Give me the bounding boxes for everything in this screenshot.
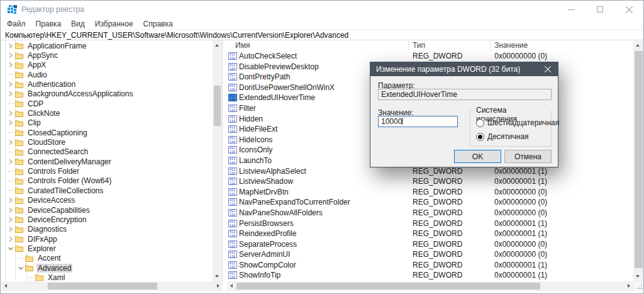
dialog-title-bar[interactable]: Изменение параметра DWORD (32 бита) [370, 62, 558, 76]
close-button[interactable] [614, 1, 643, 18]
tree-item[interactable]: ClosedCaptioning [1, 128, 212, 137]
tree-item[interactable]: ConnectedSearch [1, 147, 212, 157]
tree-item[interactable]: Explorer [1, 244, 212, 253]
column-header-value[interactable]: Значение [494, 41, 528, 50]
tree-item[interactable]: AppSync [1, 50, 212, 60]
menu-edit[interactable]: Правка [31, 20, 67, 28]
tree-item[interactable]: ClickNote [1, 108, 212, 118]
column-separator[interactable] [490, 40, 491, 51]
reg-dword-icon: 011110 [228, 261, 237, 271]
chevron-right-icon[interactable] [6, 225, 15, 233]
tree-item[interactable]: CuratedTileCollections [1, 186, 212, 195]
tree-item[interactable]: Diagnostics [1, 225, 212, 234]
tree-item[interactable]: DeviceEncryption [1, 215, 212, 224]
table-row[interactable]: 011110ListviewAlphaSelectREG_DWORD0x0000… [227, 166, 633, 177]
folder-icon [15, 187, 23, 194]
chevron-down-icon[interactable] [16, 264, 25, 272]
menu-file[interactable]: Файл [2, 20, 31, 28]
list-horizontal-scrollbar[interactable] [227, 281, 633, 291]
radio-option-decimal[interactable]: Десятичная [476, 132, 529, 141]
tree-item[interactable]: BackgroundAccessApplications [1, 89, 212, 99]
scroll-left-arrow-icon[interactable] [4, 284, 7, 288]
chevron-right-icon[interactable] [6, 196, 15, 204]
tree-item[interactable]: ContentDeliveryManager [1, 157, 212, 166]
table-row[interactable]: 011110SeparateProcessREG_DWORD0x00000000… [227, 239, 633, 250]
table-row[interactable]: 011110NavPaneShowAllFoldersREG_DWORD0x00… [227, 208, 633, 218]
table-row[interactable]: 011110ShowCompColorREG_DWORD0x00000001 (… [227, 260, 633, 271]
scroll-down-arrow-icon[interactable] [636, 275, 640, 278]
chevron-right-icon[interactable] [6, 206, 15, 214]
scroll-right-arrow-icon[interactable] [628, 284, 630, 288]
tree-item[interactable]: Clip [1, 118, 212, 128]
scroll-up-arrow-icon[interactable] [215, 44, 219, 47]
value-field[interactable]: 10000 [378, 116, 458, 127]
chevron-right-icon[interactable] [6, 90, 15, 98]
radio-icon[interactable] [476, 133, 484, 141]
radio-option-hex[interactable]: Шестнадцатеричная [476, 118, 559, 127]
scroll-up-arrow-icon[interactable] [636, 44, 640, 47]
scrollbar-thumb[interactable] [48, 283, 157, 290]
ok-button[interactable]: OK [454, 150, 501, 163]
column-separator[interactable] [408, 40, 409, 51]
tree-item[interactable]: Advanced [1, 263, 212, 273]
tree-vertical-scrollbar[interactable] [213, 40, 222, 281]
table-row[interactable]: 011110ListviewShadowREG_DWORD0x00000001 … [227, 176, 633, 187]
tree-item[interactable]: Audio [1, 70, 212, 79]
tree-item[interactable]: DIFxApp [1, 234, 212, 244]
param-field[interactable]: ExtendedUIHoverTime [378, 89, 552, 100]
tree-item-label: ApplicationFrame [26, 42, 87, 50]
chevron-right-icon[interactable] [6, 110, 15, 117]
svg-text:110: 110 [230, 66, 235, 70]
menu-view[interactable]: Вид [66, 20, 90, 28]
tree-item[interactable]: DeviceAccess [1, 196, 212, 205]
radio-icon[interactable] [476, 119, 484, 127]
table-row[interactable]: 011110AutoCheckSelectREG_DWORD0x00000000… [227, 51, 633, 62]
tree-item[interactable]: AppX [1, 60, 212, 70]
column-header-name[interactable]: Имя [235, 41, 250, 50]
column-header-type[interactable]: Тип [413, 41, 425, 50]
chevron-right-icon[interactable] [6, 119, 15, 127]
scrollbar-thumb[interactable] [236, 283, 540, 290]
chevron-right-icon[interactable] [6, 42, 15, 50]
table-row[interactable]: 011110NavPaneExpandToCurrentFolderREG_DW… [227, 197, 633, 208]
scrollbar-thumb[interactable] [635, 51, 643, 268]
chevron-right-icon[interactable] [6, 158, 15, 166]
scroll-down-arrow-icon[interactable] [215, 275, 219, 278]
tree-horizontal-scrollbar[interactable] [1, 281, 223, 291]
tree-item[interactable]: Accent [1, 254, 212, 263]
tree-item[interactable]: Controls Folder (Wow64) [1, 176, 212, 186]
tree-item[interactable]: CDP [1, 99, 212, 108]
scrollbar-thumb[interactable] [214, 86, 221, 126]
tree-item[interactable]: DeviceCapabilities [1, 205, 212, 215]
chevron-right-icon[interactable] [6, 139, 15, 146]
scroll-right-arrow-icon[interactable] [217, 284, 219, 288]
tree-item[interactable]: Controls Folder [1, 166, 212, 176]
dialog-close-button[interactable] [538, 62, 558, 76]
scroll-left-arrow-icon[interactable] [230, 284, 233, 288]
cancel-button[interactable]: Отмена [504, 150, 552, 163]
chevron-right-icon[interactable] [6, 216, 15, 223]
menu-help[interactable]: Справка [138, 20, 178, 28]
table-row[interactable]: 011110ReindexedProfileREG_DWORD0x0000000… [227, 229, 633, 239]
value-data: 0x00000001 (1) [494, 219, 547, 228]
menu-favorites[interactable]: Избранное [90, 20, 138, 28]
table-row[interactable]: 011110PersistBrowsersREG_DWORD0x00000001… [227, 218, 633, 229]
address-bar[interactable]: Компьютер\HKEY_CURRENT_USER\Software\Mic… [1, 30, 643, 40]
table-row[interactable]: 011110ServerAdminUIREG_DWORD0x00000000 (… [227, 249, 633, 260]
chevron-right-icon[interactable] [6, 81, 15, 88]
table-row[interactable]: 011110ShowInfoTipREG_DWORD0x00000001 (1) [227, 270, 633, 281]
chevron-right-icon[interactable] [6, 235, 15, 243]
value-type: REG_DWORD [413, 177, 462, 186]
resize-grip[interactable] [633, 281, 644, 291]
tree-item[interactable]: Authentication [1, 79, 212, 89]
chevron-right-icon[interactable] [6, 52, 15, 59]
chevron-down-icon[interactable] [6, 245, 15, 252]
tree-item[interactable]: CloudStore [1, 137, 212, 147]
tree-item[interactable]: ApplicationFrame [1, 41, 212, 50]
maximize-button[interactable] [586, 1, 614, 18]
minimize-button[interactable] [557, 1, 586, 18]
svg-text:110: 110 [230, 244, 235, 247]
list-vertical-scrollbar[interactable] [633, 40, 644, 281]
table-row[interactable]: 011110MapNetDrvBtnREG_DWORD0x00000000 (0… [227, 187, 633, 198]
chevron-right-icon[interactable] [6, 61, 15, 69]
